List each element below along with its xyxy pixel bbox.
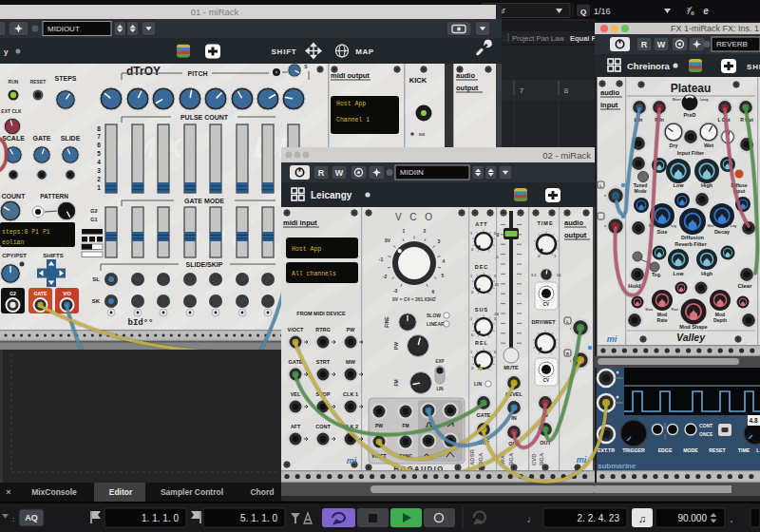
svg-text:CONT: CONT — [699, 423, 712, 428]
svg-text:Mode: Mode — [634, 188, 646, 194]
svg-text:ONCE: ONCE — [699, 431, 713, 437]
svg-text:-12: -12 — [493, 283, 499, 287]
svg-text:MODE: MODE — [683, 447, 698, 453]
svg-text:GATE: GATE — [33, 135, 51, 142]
svg-text:TRIGGER: TRIGGER — [622, 447, 645, 453]
svg-text:0.1: 0.1 — [531, 273, 537, 277]
svg-text:Chreinora: Chreinora — [627, 61, 671, 71]
svg-text:-1: -1 — [379, 256, 384, 262]
svg-text:REL: REL — [475, 340, 488, 346]
svg-text:0V: 0V — [385, 238, 391, 243]
svg-text:midi input: midi input — [283, 218, 317, 227]
svg-text:VEL: VEL — [291, 391, 301, 397]
svg-text:90.000: 90.000 — [677, 513, 707, 523]
svg-text:MIDIOUT: MIDIOUT — [48, 25, 80, 33]
svg-text:V/O: V/O — [63, 291, 71, 296]
svg-text:PULSE COUNT: PULSE COUNT — [180, 114, 229, 121]
svg-text:DRY/WET: DRY/WET — [531, 319, 556, 325]
svg-text:GATE MODE: GATE MODE — [184, 198, 224, 204]
svg-text:BGA: BGA — [508, 452, 514, 466]
svg-text:CPY/PST: CPY/PST — [2, 253, 27, 258]
svg-text:audio: audio — [600, 88, 619, 97]
svg-text:GATE: GATE — [34, 291, 48, 296]
svg-text:CV: CV — [543, 302, 549, 307]
svg-text:midi output: midi output — [331, 71, 370, 80]
svg-text:Reverb Filter: Reverb Filter — [674, 241, 707, 247]
svg-text:STEPS: STEPS — [55, 75, 77, 82]
svg-text:eolian: eolian — [2, 239, 25, 246]
svg-text:RTRG: RTRG — [315, 327, 331, 332]
svg-text:FM: FM — [402, 423, 408, 428]
svg-text:1: 1 — [97, 184, 101, 191]
svg-text:Tog.: Tog. — [652, 272, 662, 277]
svg-text:EXT.TR: EXT.TR — [598, 447, 615, 453]
svg-text:RUN: RUN — [9, 79, 19, 85]
svg-text:2: 2 — [424, 228, 427, 234]
svg-text:All channels: All channels — [292, 271, 336, 277]
svg-text:Wet: Wet — [704, 142, 713, 148]
svg-text:EXP: EXP — [435, 359, 444, 364]
svg-text:Plateau: Plateau — [671, 82, 712, 95]
svg-text:CV: CV — [543, 378, 549, 383]
svg-text:TIME: TIME — [738, 447, 750, 453]
svg-text:01 - miRack: 01 - miRack — [191, 7, 239, 17]
svg-text:V C O: V C O — [395, 212, 435, 222]
svg-text:4.8: 4.8 — [749, 417, 757, 424]
svg-text:STRT: STRT — [316, 359, 331, 365]
svg-text:3: 3 — [438, 238, 441, 244]
svg-text:High: High — [701, 271, 713, 276]
svg-text:Long: Long — [700, 98, 709, 102]
svg-text:bId°°: bId°° — [127, 318, 153, 328]
svg-text:♫: ♫ — [638, 513, 646, 524]
svg-text:Mod Shape: Mod Shape — [679, 324, 707, 330]
svg-text:Depth: Depth — [713, 317, 727, 323]
svg-text:8: 8 — [564, 86, 569, 95]
svg-text:7: 7 — [97, 133, 101, 140]
svg-text:PATTERN: PATTERN — [40, 193, 68, 200]
svg-text:REVERB: REVERB — [716, 40, 748, 48]
svg-text:Short: Short — [672, 98, 681, 102]
svg-text:G2: G2 — [10, 291, 16, 296]
svg-text:Host App: Host App — [336, 101, 366, 107]
svg-text:SK: SK — [92, 298, 101, 304]
svg-text:DEC: DEC — [475, 264, 489, 270]
svg-text:SHIF: SHIF — [747, 63, 760, 71]
svg-text:SUS: SUS — [475, 307, 488, 313]
svg-text:⌠: ⌠ — [663, 433, 666, 440]
svg-text:AQ: AQ — [25, 513, 38, 522]
svg-text:input: input — [600, 101, 618, 109]
svg-text:SCALE: SCALE — [2, 135, 25, 142]
svg-text:steps:8 P1 P1: steps:8 P1 P1 — [2, 229, 50, 236]
svg-text:BGA: BGA — [539, 452, 544, 466]
svg-text:RESET: RESET — [709, 447, 726, 453]
svg-text:COUNT: COUNT — [2, 193, 27, 200]
svg-text::: : — [12, 515, 15, 523]
svg-text:8: 8 — [97, 125, 101, 132]
svg-text:Low: Low — [674, 271, 685, 276]
svg-text:CLK 1: CLK 1 — [343, 391, 358, 397]
svg-text:Slow: Slow — [645, 308, 653, 312]
svg-text:Input Filter: Input Filter — [677, 150, 705, 156]
svg-text:MAP: MAP — [355, 48, 373, 56]
svg-text:808: 808 — [419, 132, 426, 137]
svg-text:Diffusion: Diffusion — [681, 235, 704, 240]
svg-text:-24: -24 — [493, 313, 499, 316]
svg-text:5: 5 — [442, 273, 445, 278]
svg-text:Sampler Control: Sampler Control — [161, 487, 223, 497]
svg-text:output: output — [456, 84, 479, 92]
svg-text:audio: audio — [564, 218, 583, 227]
svg-text:1: 1 — [403, 228, 406, 234]
svg-text:LIN: LIN — [436, 387, 443, 391]
svg-text:MUTE: MUTE — [504, 365, 519, 370]
svg-text:Chord: Chord — [250, 487, 274, 497]
svg-text:-3: -3 — [393, 288, 398, 294]
svg-text:GATE: GATE — [477, 412, 491, 418]
svg-text:Fast: Fast — [671, 308, 678, 312]
svg-text:CONT: CONT — [315, 424, 331, 429]
svg-text:EDGE: EDGE — [658, 447, 673, 453]
svg-text:PITCH: PITCH — [188, 70, 208, 77]
svg-text:⅞: ⅞ — [686, 6, 694, 16]
svg-text:R: R — [641, 40, 648, 49]
svg-text:Valley: Valley — [676, 332, 706, 343]
svg-text:LIN: LIN — [474, 381, 482, 387]
